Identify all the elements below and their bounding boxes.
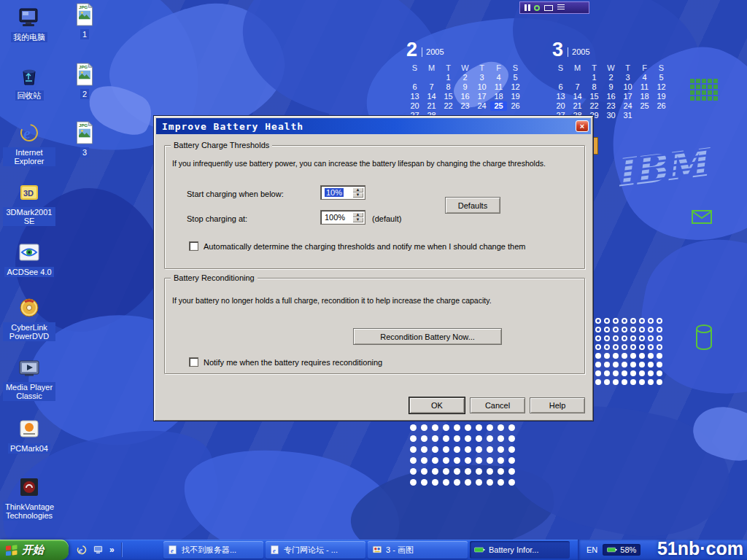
wallpaper-dot [595, 362, 601, 368]
wallpaper-dot [465, 479, 471, 486]
wallpaper-dot [604, 353, 610, 359]
stop-charging-spinner[interactable]: 100% ▲▼ [320, 210, 365, 225]
wallpaper-dot [498, 435, 504, 442]
windows-flag-icon [5, 544, 18, 556]
checkbox-icon[interactable] [189, 241, 198, 251]
list-icon[interactable] [557, 4, 565, 11]
mail-icon[interactable] [544, 5, 553, 11]
desktop-icon-jpg-2[interactable]: JPG 2 [67, 61, 102, 99]
wallpaper-dot [432, 479, 438, 486]
dialog-title: Improve Battery Health [162, 121, 303, 132]
wallpaper-dot [595, 318, 601, 324]
cancel-button[interactable]: Cancel [470, 397, 525, 413]
spin-down-icon[interactable]: ▼ [352, 192, 363, 198]
dialog-titlebar[interactable]: Improve Battery Health [156, 118, 591, 134]
wallpaper-dot [508, 446, 515, 453]
battery-reconditioning-group: Battery Reconditioning If your battery n… [164, 278, 585, 374]
desktop-icon-media-player-classic[interactable]: Media Player Classic [3, 354, 55, 401]
recondition-battery-button[interactable]: Recondition Battery Now... [353, 328, 502, 345]
ok-button[interactable]: OK [409, 397, 465, 413]
calendar-day: 21 [423, 101, 440, 111]
task-button-forum[interactable]: e 专门网论坛 - ... [266, 541, 365, 559]
task-button-battery-information[interactable]: Battery Infor... [470, 541, 570, 559]
calendar-day: 18 [490, 92, 507, 101]
defaults-button[interactable]: Defaults [445, 197, 500, 214]
wallpaper-dot [498, 479, 504, 486]
start-button[interactable]: 开始 [0, 540, 69, 560]
wallpaper-dot [443, 468, 449, 475]
calendar-weekday: T [473, 63, 490, 73]
spin-down-icon[interactable]: ▼ [352, 217, 363, 222]
calendar-year: 2005 [422, 47, 444, 57]
wallpaper-dot [622, 379, 627, 385]
start-charging-value[interactable]: 10% [321, 186, 352, 199]
quick-launch-overflow-chevron[interactable]: » [109, 545, 115, 555]
wallpaper-dot [613, 353, 619, 359]
battery-charge-thresholds-group: Battery Charge Thresholds If you infrequ… [164, 145, 585, 269]
calendar-day: 13 [406, 92, 423, 101]
pause-icon[interactable] [525, 4, 527, 11]
floating-deskband[interactable] [519, 1, 589, 14]
desktop-icon-jpg-3[interactable]: JPG 3 [67, 120, 102, 158]
wallpaper-dot [487, 468, 493, 475]
desktop-icon-cyberlink-powerdvd[interactable]: CyberLink PowerDVD [3, 295, 55, 341]
wallpaper-green-square [696, 96, 700, 101]
battery-icon [607, 546, 617, 553]
language-indicator[interactable]: EN [587, 545, 597, 554]
help-button[interactable]: Help [530, 397, 585, 413]
task-button-paint[interactable]: 3 - 画图 [368, 541, 468, 559]
wallpaper-dot [443, 435, 449, 442]
calendar-day: 26 [653, 101, 670, 111]
wallpaper-dot [498, 446, 504, 453]
wallpaper-dot [508, 435, 515, 442]
wallpaper-dot [465, 446, 471, 453]
notify-reconditioning-checkbox[interactable]: Notify me when the battery requires reco… [189, 357, 382, 367]
start-charging-spinner[interactable]: 10% ▲▼ [320, 185, 365, 200]
wallpaper-dot [595, 370, 601, 376]
checkbox-icon[interactable] [189, 357, 198, 367]
desktop-icon-internet-explorer[interactable]: e Internet Explorer [3, 120, 55, 166]
desktop-icon-label: 3DMark2001 SE [3, 207, 55, 226]
task-button-server-not-found[interactable]: e 找不到服务器... [163, 541, 263, 559]
desktop-icon-acdsee[interactable]: ACDSee 4.0 [3, 239, 55, 277]
ie-page-icon: e [168, 545, 178, 555]
wallpaper-dot [604, 344, 610, 350]
desktop-icon-thinkvantage[interactable]: ThinkVantage Technologies [3, 474, 55, 521]
wallpaper-green-grid [690, 79, 719, 102]
thresholds-description: If you infrequently use battery power, y… [172, 159, 546, 168]
desktop-icon-recycle-bin[interactable]: 回收站 [3, 63, 55, 101]
calendar-day: 23 [457, 101, 473, 111]
wallpaper-dot [498, 457, 504, 464]
desktop-icon-label: PCMark04 [8, 443, 50, 454]
wallpaper-dot [465, 424, 471, 431]
auto-determine-checkbox[interactable]: Automatically determine the charging thr… [189, 241, 525, 251]
desktop-icon-3dmark2001-se[interactable]: 3D 3DMark2001 SE [3, 179, 55, 226]
wallpaper-dot [476, 435, 482, 442]
wallpaper-dot [421, 479, 427, 486]
show-desktop-icon[interactable] [93, 544, 104, 556]
calendar-header: 2 2005 [406, 39, 524, 58]
wallpaper-dot [410, 435, 417, 442]
spin-up-icon[interactable]: ▲ [352, 212, 363, 217]
quick-launch-ie-icon[interactable]: e [76, 544, 88, 556]
calendar-day: 1 [440, 73, 457, 82]
stop-charging-value[interactable]: 100% [321, 211, 352, 224]
group-legend: Battery Reconditioning [171, 273, 258, 283]
desktop-icon-pcmark04[interactable]: PCMark04 [3, 416, 55, 454]
calendar-year: 2005 [568, 47, 589, 57]
wallpaper-dot-grid-bottom [410, 424, 519, 490]
desktop-icon-label: 我的电脑 [11, 32, 47, 42]
wallpaper-dot [443, 446, 449, 453]
task-buttons: e 找不到服务器... e 专门网论坛 - ... 3 - 画图 Battery… [163, 541, 570, 559]
desktop-icon-my-computer[interactable]: 我的电脑 [3, 4, 55, 42]
group-legend: Battery Charge Thresholds [171, 141, 272, 150]
calendar-weekday: S [507, 63, 524, 73]
record-icon[interactable] [534, 5, 540, 11]
taskbar: 开始 e » e 找不到服务器... e 专门网论坛 - ... 3 - 画图 … [0, 540, 747, 560]
calendar-day: 18 [636, 92, 653, 101]
battery-indicator[interactable]: 58% [603, 544, 640, 556]
close-icon[interactable]: × [576, 120, 589, 132]
desktop-icon-jpg-1[interactable]: JPG 1 [67, 1, 102, 39]
spin-up-icon[interactable]: ▲ [352, 187, 363, 192]
desktop-icon-label: 回收站 [15, 90, 44, 101]
